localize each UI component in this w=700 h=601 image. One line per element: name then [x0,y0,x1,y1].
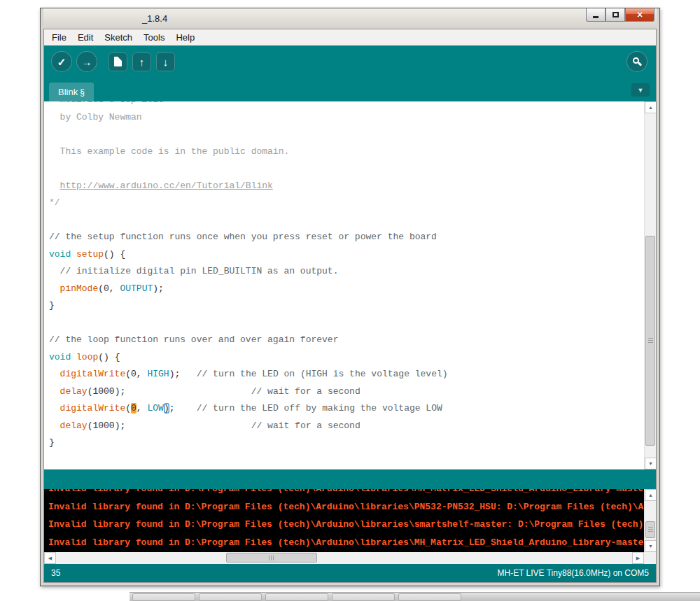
hscroll-thumb[interactable] [226,553,317,563]
verify-button[interactable]: ✓ [51,51,72,72]
window-body: FileEditSketchToolsHelp ✓ → ↑ ↓ [43,29,657,583]
thumb-grip-icon [269,556,274,560]
close-button[interactable]: × [625,8,654,22]
editor-scrollbar[interactable]: ▲ ▼ [644,101,656,469]
new-sketch-button[interactable] [108,52,127,71]
left-arrow-icon: ◀ [48,556,52,560]
editor-scroll-thumb[interactable] [645,236,655,446]
save-arrow-icon: ↓ [163,57,169,67]
line-number: 35 [51,568,60,578]
menu-tools[interactable]: Tools [138,30,170,45]
message-bar [44,469,656,489]
code-line: // the setup function runs once when you… [49,229,643,246]
taskbar-item[interactable] [132,593,195,601]
document-icon [114,57,122,66]
console-line: Invalid library found in D:\Program File… [48,489,656,498]
console-hscrollbar[interactable]: ◀ ▶ [44,552,656,564]
minimize-button[interactable] [586,8,606,22]
console-scroll-down-button[interactable]: ▼ [645,540,656,552]
code-line: delay(1000); // wait for a second [49,383,643,401]
down-arrow-icon: ▼ [648,461,653,466]
serial-monitor-button[interactable] [626,51,648,72]
editor-scroll-up-button[interactable]: ▲ [645,101,656,113]
code-line: digitalWrite(0, HIGH); // turn the LED o… [49,366,643,383]
thumb-grip-icon [648,338,653,344]
tab-bar: Blink § ▼ [44,78,656,101]
code-line: } [49,297,643,315]
menu-help[interactable]: Help [170,30,200,45]
window-controls: × [586,8,654,22]
up-arrow-icon: ▲ [648,105,653,110]
code-line: // the loop function runs over and over … [49,332,643,349]
tab-blink[interactable]: Blink § [49,83,94,101]
menu-edit[interactable]: Edit [72,30,99,45]
tab-menu-button[interactable]: ▼ [631,83,650,97]
console-scroll-up-button[interactable]: ▲ [645,489,656,501]
code-line: void setup() { [49,246,643,264]
code-line: delay(1000); // wait for a second [49,418,643,435]
down-arrow-icon: ▼ [648,544,653,549]
console-line: Invalid library found in D:\Program File… [48,498,656,516]
code-line [49,126,643,143]
code-line: This example code is in the public domai… [49,143,643,161]
upload-button[interactable]: → [76,51,97,72]
open-arrow-icon: ↑ [139,57,145,67]
taskbar-item[interactable] [199,593,262,601]
code-line: pinMode(0, OUTPUT); [49,281,643,298]
titlebar[interactable]: _1.8.4 × [43,8,657,29]
code-line: // initialize digital pin LED_BUILTIN as… [49,263,643,281]
console-scroll-thumb[interactable] [645,521,655,538]
thumb-grip-icon [648,527,653,532]
maximize-icon [612,12,619,17]
code-line: by Colby Newman [49,109,643,127]
open-button[interactable]: ↑ [132,52,151,71]
code-line: digitalWrite(0, LOW); // turn the LED of… [49,400,643,418]
console-lines: Invalid library found in D:\Program File… [48,489,656,551]
magnifier-icon [632,57,642,66]
toolbar: ✓ → ↑ ↓ [44,45,656,78]
chevron-down-icon: ▼ [638,87,644,94]
code-line: http://www.arduino.cc/en/Tutorial/Blink [49,178,643,195]
verify-check-icon: ✓ [57,57,66,67]
console-scrollbar[interactable]: ▲ ▼ [644,489,656,552]
board-info: MH-ET LIVE Tiny88(16.0MHz) on COM5 [497,568,649,578]
upload-arrow-icon: → [82,57,92,67]
minimize-icon [593,16,598,18]
code-line [49,212,643,229]
arduino-ide-window: _1.8.4 × FileEditSketchToolsHelp ✓ → [40,8,660,586]
code-line [49,160,643,178]
status-bar: 35 MH-ET LIVE Tiny88(16.0MHz) on COM5 [44,564,656,582]
taskbar[interactable] [130,592,700,601]
tab-label: Blink [58,87,78,97]
code-line: } [49,434,643,452]
taskbar-item[interactable] [398,593,461,601]
menu-sketch[interactable]: Sketch [99,30,138,45]
code-editor[interactable]: modified 8 Sep 2016 by Colby Newman This… [44,101,656,469]
scrollbar-corner [644,552,656,564]
save-button[interactable]: ↓ [156,52,175,71]
up-arrow-icon: ▲ [648,493,653,497]
taskbar-item[interactable] [332,593,395,601]
scroll-left-button[interactable]: ◀ [44,552,56,564]
code-lines: modified 8 Sep 2016 by Colby Newman This… [49,101,643,452]
maximize-button[interactable] [606,8,625,22]
code-line: modified 8 Sep 2016 [49,101,643,109]
editor-scroll-down-button[interactable]: ▼ [645,458,656,469]
console-output: Invalid library found in D:\Program File… [44,489,656,552]
right-arrow-icon: ▶ [636,556,640,560]
close-icon: × [637,9,643,20]
code-line: */ [49,195,643,212]
window-title: _1.8.4 [142,13,167,24]
modified-mark: § [80,87,85,97]
menubar: FileEditSketchToolsHelp [44,29,656,45]
console-line: Invalid library found in D:\Program File… [48,516,656,534]
code-line: void loop() { [49,349,643,367]
console-line: Invalid library found in D:\Program File… [48,534,656,552]
code-line [49,315,643,332]
taskbar-item[interactable] [265,593,328,601]
menu-file[interactable]: File [46,30,72,45]
scroll-right-button[interactable]: ▶ [632,552,644,564]
